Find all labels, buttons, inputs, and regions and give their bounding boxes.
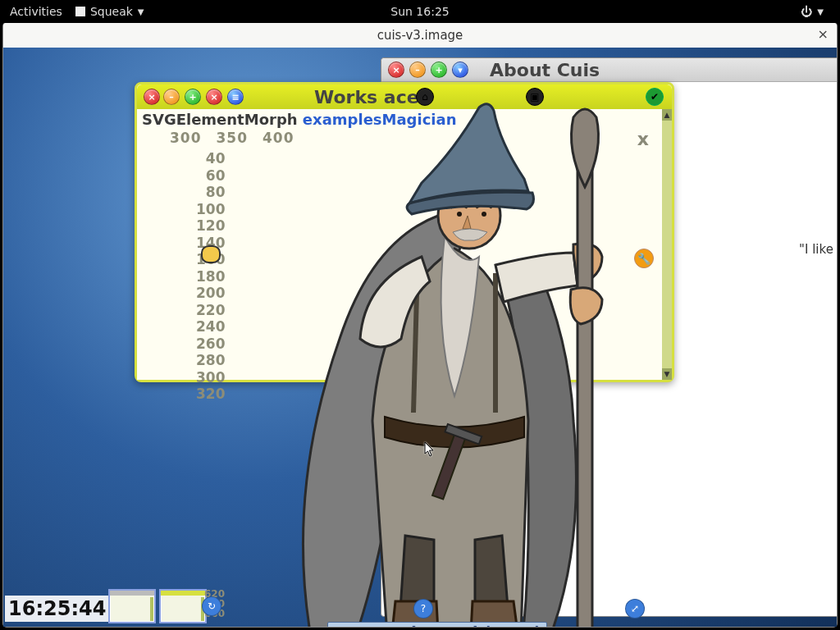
squeak-icon [75, 7, 85, 16]
halo-rotate-icon[interactable]: ↻ [202, 596, 221, 616]
expand-icon[interactable]: + [185, 89, 201, 105]
expand-icon[interactable]: + [431, 62, 447, 78]
topbar-clock[interactable]: Sun 16:25 [390, 5, 449, 18]
thumb-workspace[interactable]: 620 640 660 [159, 589, 207, 623]
cuis-world[interactable]: × – + ▾ About Cuis Smallta an. You GO, g… [3, 48, 837, 627]
collapse-icon[interactable]: – [163, 89, 180, 105]
close-button[interactable]: × [818, 26, 829, 42]
window-title: cuis-v3.image [377, 28, 463, 43]
chevron-down-icon: ▼ [817, 7, 824, 16]
close-icon[interactable]: × [388, 62, 404, 78]
menu-icon[interactable]: ▾ [452, 62, 468, 78]
halo-scale-icon[interactable]: ⤢ [625, 599, 645, 619]
gnome-topbar: Activities Squeak ▼ Sun 16:25 ⏻ ▼ [0, 0, 840, 23]
chevron-down-icon: ▼ [138, 7, 144, 16]
about-title: About Cuis [490, 60, 600, 80]
thumb-about[interactable] [108, 589, 156, 623]
svg-point-4 [457, 212, 462, 217]
app-menu-label: Squeak [90, 5, 133, 18]
power-icon[interactable]: ⏻ [801, 5, 812, 18]
halo-help-icon[interactable]: ? [413, 599, 433, 619]
taskbar-thumbs: 620 640 660 [108, 589, 207, 623]
inner-ruler-left: 40 60 80 100 120 140 160 180 200 220 240… [196, 150, 226, 403]
svg-rect-2 [578, 158, 592, 627]
gold-handle-icon[interactable] [201, 245, 221, 263]
collapse-icon[interactable]: – [409, 62, 426, 78]
close-icon[interactable]: × [144, 89, 160, 105]
menu-icon[interactable]: ≡ [227, 89, 244, 105]
app-menu[interactable]: Squeak ▼ [75, 5, 144, 18]
extra-close-icon[interactable]: × [206, 89, 222, 105]
world-clock: 16:25:44 [5, 596, 109, 622]
window-titlebar[interactable]: cuis-v3.image × [3, 23, 837, 48]
about-titlebar[interactable]: × – + ▾ About Cuis [381, 58, 837, 82]
svg-point-5 [482, 212, 486, 217]
morph-name-label: a SVGMainMorph(2861) [327, 622, 547, 627]
svg-magician-morph[interactable] [249, 93, 676, 627]
app-window: cuis-v3.image × × – + ▾ About Cuis Small… [3, 23, 837, 627]
activities-button[interactable]: Activities [10, 5, 62, 18]
